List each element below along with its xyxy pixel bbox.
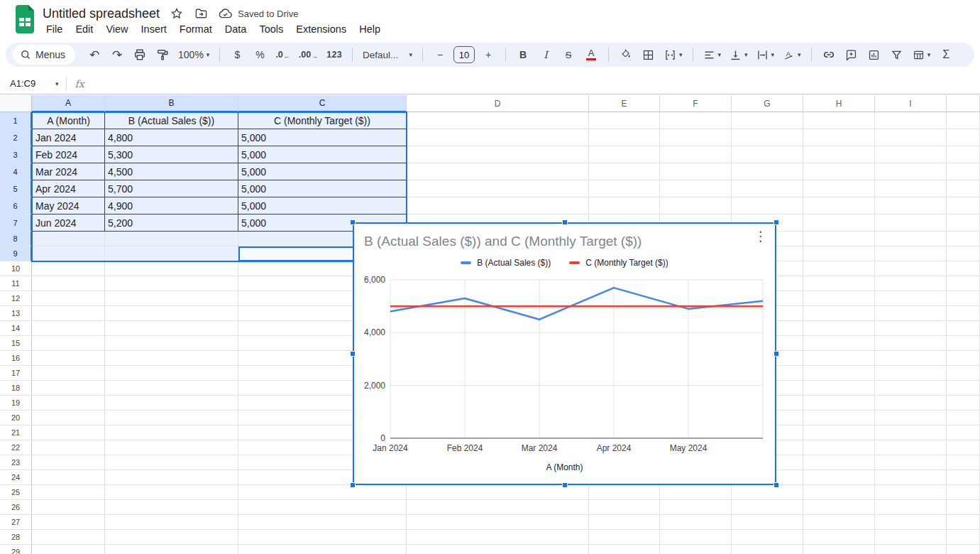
cell-C1[interactable]: C (Monthly Target ($)) bbox=[238, 112, 407, 129]
cell-C5[interactable]: 5,000 bbox=[238, 180, 407, 197]
cell-J9[interactable] bbox=[947, 246, 980, 261]
cell-F3[interactable] bbox=[660, 146, 732, 163]
cell-B20[interactable] bbox=[105, 411, 238, 425]
column-header-B[interactable]: B bbox=[105, 95, 238, 112]
menu-extensions[interactable]: Extensions bbox=[290, 21, 353, 37]
cell-B13[interactable] bbox=[105, 306, 238, 321]
cell-B29[interactable] bbox=[105, 545, 238, 554]
cell-G29[interactable] bbox=[732, 545, 803, 554]
cell-D28[interactable] bbox=[407, 530, 589, 545]
cell-C26[interactable] bbox=[238, 500, 407, 515]
chart-resize-handle[interactable] bbox=[773, 482, 779, 488]
cell-B24[interactable] bbox=[105, 470, 238, 485]
cell-J22[interactable] bbox=[947, 440, 980, 455]
cell-A11[interactable] bbox=[32, 276, 105, 291]
cell-B26[interactable] bbox=[105, 500, 238, 515]
cell-H9[interactable] bbox=[803, 246, 875, 261]
cell-I13[interactable] bbox=[875, 306, 947, 321]
undo-button[interactable]: ↶ bbox=[85, 45, 104, 64]
cell-A14[interactable] bbox=[32, 321, 105, 336]
cell-J16[interactable] bbox=[947, 351, 980, 366]
cell-C6[interactable]: 5,000 bbox=[238, 197, 407, 214]
cell-D4[interactable] bbox=[407, 163, 589, 180]
cell-F25[interactable] bbox=[660, 485, 732, 500]
cell-A25[interactable] bbox=[32, 485, 105, 500]
star-icon[interactable] bbox=[170, 6, 184, 21]
increase-font-size-button[interactable]: + bbox=[479, 45, 497, 64]
row-header-17[interactable]: 17 bbox=[0, 366, 32, 381]
cell-A26[interactable] bbox=[32, 500, 105, 515]
cell-J10[interactable] bbox=[947, 261, 980, 276]
chart-resize-handle[interactable] bbox=[350, 482, 356, 488]
cell-J27[interactable] bbox=[947, 515, 980, 530]
cell-F26[interactable] bbox=[660, 500, 732, 515]
cell-F2[interactable] bbox=[660, 129, 732, 146]
cell-I27[interactable] bbox=[875, 515, 947, 530]
cell-E25[interactable] bbox=[589, 485, 660, 500]
row-header-28[interactable]: 28 bbox=[0, 530, 32, 545]
cell-B18[interactable] bbox=[105, 381, 238, 396]
text-rotation-button[interactable]: A ▾ bbox=[781, 45, 803, 64]
cell-J4[interactable] bbox=[947, 163, 980, 180]
cell-H27[interactable] bbox=[803, 515, 875, 530]
cell-G4[interactable] bbox=[732, 163, 803, 180]
cell-J2[interactable] bbox=[947, 129, 980, 146]
cell-H6[interactable] bbox=[803, 197, 875, 214]
name-box[interactable]: A1:C9 bbox=[0, 78, 54, 89]
cell-C25[interactable] bbox=[238, 485, 407, 500]
cell-B14[interactable] bbox=[105, 321, 238, 336]
column-header-D[interactable]: D bbox=[407, 95, 589, 112]
column-header-C[interactable]: C bbox=[238, 95, 407, 112]
font-size-input[interactable]: 10 bbox=[453, 46, 475, 63]
chart-resize-handle[interactable] bbox=[562, 482, 568, 488]
cell-F4[interactable] bbox=[660, 163, 732, 180]
cell-I12[interactable] bbox=[875, 291, 947, 306]
cell-E1[interactable] bbox=[589, 112, 660, 129]
cell-I28[interactable] bbox=[875, 530, 947, 545]
cell-F6[interactable] bbox=[660, 197, 732, 214]
row-header-24[interactable]: 24 bbox=[0, 470, 32, 485]
cell-J6[interactable] bbox=[947, 197, 980, 214]
cell-H12[interactable] bbox=[803, 291, 875, 306]
row-header-10[interactable]: 10 bbox=[0, 261, 32, 276]
cell-B28[interactable] bbox=[105, 530, 238, 545]
cell-J15[interactable] bbox=[947, 336, 980, 351]
cell-H26[interactable] bbox=[803, 500, 875, 515]
cell-I20[interactable] bbox=[875, 411, 947, 425]
strikethrough-button[interactable]: S bbox=[559, 45, 578, 64]
cell-J14[interactable] bbox=[947, 321, 980, 336]
row-header-15[interactable]: 15 bbox=[0, 336, 32, 351]
cell-C2[interactable]: 5,000 bbox=[238, 129, 407, 146]
functions-button[interactable]: Σ bbox=[937, 45, 955, 64]
cell-I19[interactable] bbox=[875, 396, 947, 411]
cell-G6[interactable] bbox=[732, 197, 803, 214]
cell-H1[interactable] bbox=[803, 112, 875, 129]
cell-D5[interactable] bbox=[407, 180, 589, 197]
cell-B8[interactable] bbox=[105, 232, 238, 246]
cell-I18[interactable] bbox=[875, 381, 947, 396]
cell-I17[interactable] bbox=[875, 366, 947, 381]
row-header-2[interactable]: 2 bbox=[0, 129, 32, 146]
row-header-8[interactable]: 8 bbox=[0, 232, 32, 246]
cell-I6[interactable] bbox=[875, 197, 947, 214]
cell-C28[interactable] bbox=[238, 530, 407, 545]
cell-B7[interactable]: 5,200 bbox=[105, 214, 238, 232]
cell-D2[interactable] bbox=[407, 129, 589, 146]
move-folder-icon[interactable] bbox=[194, 6, 208, 21]
cell-J17[interactable] bbox=[947, 366, 980, 381]
decrease-decimals-button[interactable]: .0← bbox=[273, 45, 292, 64]
cell-H29[interactable] bbox=[803, 545, 875, 554]
cell-A12[interactable] bbox=[32, 291, 105, 306]
cell-J28[interactable] bbox=[947, 530, 980, 545]
cell-H5[interactable] bbox=[803, 180, 875, 197]
cell-B10[interactable] bbox=[105, 261, 238, 276]
column-header-H[interactable]: H bbox=[803, 95, 875, 112]
cell-B6[interactable]: 4,900 bbox=[105, 197, 238, 214]
print-button[interactable] bbox=[131, 45, 149, 64]
cell-A3[interactable]: Feb 2024 bbox=[32, 146, 105, 163]
cell-H11[interactable] bbox=[803, 276, 875, 291]
cell-J24[interactable] bbox=[947, 470, 980, 485]
menu-tools[interactable]: Tools bbox=[253, 21, 290, 37]
cell-H21[interactable] bbox=[803, 425, 875, 440]
cell-A10[interactable] bbox=[32, 261, 105, 276]
